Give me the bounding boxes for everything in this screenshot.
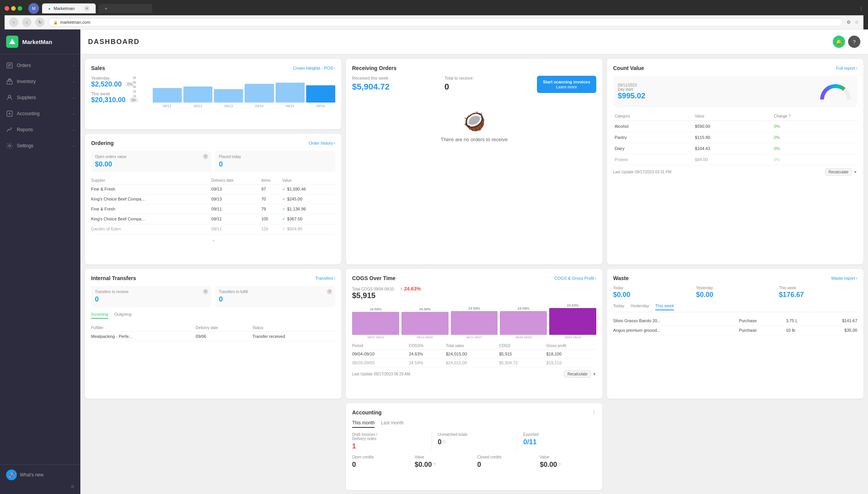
count-recalculate-btn[interactable]: Recalculate	[825, 168, 852, 176]
yesterday-label: Yesterday	[91, 76, 139, 80]
url-bar[interactable]: 🔒 marketman.com	[48, 18, 843, 26]
bar-4	[245, 84, 274, 103]
whats-new-label: What's new	[20, 472, 44, 478]
chart-y-axis: 5k 4k 3k 2k 1k 0	[133, 76, 137, 103]
sidebar-item-inventory[interactable]: Inventory ›	[0, 73, 80, 90]
transfer-row-1: Meatpacking - Perfe... 09/06 Transfer re…	[91, 331, 335, 341]
receive-help-icon[interactable]: ?	[203, 289, 208, 294]
count-gauge-chart	[818, 80, 853, 103]
fulfill-help-icon[interactable]: ?	[327, 289, 332, 294]
total-receive-value: 0	[444, 82, 530, 92]
notifications-btn[interactable]: 🔔	[833, 36, 845, 48]
cogs-bar-4	[500, 311, 547, 335]
waste-report-link[interactable]: Waste report ›	[831, 276, 857, 280]
chevron-right-icon-6: ›	[73, 144, 74, 148]
scroll-down-btn[interactable]: ⌄	[91, 236, 335, 243]
count-table: Category Value Change ? Alcohol $590.00 …	[613, 112, 857, 165]
unmatched-help[interactable]: ?	[443, 440, 445, 444]
sidebar-label-suppliers: Suppliers	[17, 95, 36, 100]
close-btn[interactable]	[5, 6, 9, 11]
sidebar-item-settings[interactable]: Settings ›	[0, 138, 80, 154]
bar-1	[153, 88, 182, 103]
thisweek-label: This week	[91, 91, 139, 96]
opencredits-help[interactable]: ?	[434, 463, 436, 467]
count-value-card: Count Value Full report › 09/11/2023 Day…	[607, 59, 863, 264]
tab-close-btn[interactable]: ×	[84, 6, 90, 11]
refresh-btn[interactable]: ↻	[35, 18, 44, 27]
acct-tab-lastmonth[interactable]: Last month	[381, 420, 403, 428]
accounting-header: Accounting ⋮	[352, 409, 596, 416]
opencredits-val: $0.00	[415, 461, 432, 469]
no-orders-icon: 🥥	[463, 111, 486, 132]
accounting-menu-icon[interactable]: ⋮	[592, 410, 596, 415]
cogs-period-value: $5,915	[352, 291, 394, 300]
forward-btn[interactable]: ›	[22, 18, 31, 27]
sales-card: Sales Crown Heights - POS › Yesterday $2…	[85, 59, 341, 129]
cogs-bar-5	[549, 308, 596, 335]
transfers-link[interactable]: Transfers ›	[315, 276, 335, 280]
cogs-title: COGS Over Time	[352, 275, 395, 281]
count-row-4: Protein $84.00 0%	[613, 154, 857, 165]
acct-tab-thismonth[interactable]: This month	[352, 420, 375, 428]
browser-menu-icon[interactable]: ⋮	[859, 6, 863, 11]
closedcredits-help[interactable]: ?	[559, 463, 561, 467]
order-row-4: King's Choice Beef Compa... 09/11 105 ✓$…	[91, 214, 335, 224]
bookmark-icon[interactable]: ☆	[855, 20, 859, 25]
waste-tab-today[interactable]: Today	[613, 303, 624, 310]
sidebar-item-orders[interactable]: Orders ›	[0, 57, 80, 73]
scan-invoices-btn[interactable]: Start scanning invoices Learn more	[537, 76, 596, 93]
waste-tab-yesterday[interactable]: Yesterday	[630, 303, 649, 310]
col-value: Value	[282, 177, 335, 184]
bar-3	[214, 89, 243, 103]
waste-table: Silvio Grasso Barolo 20... Purchase 3.75…	[613, 316, 857, 335]
order-history-link[interactable]: Order history ›	[309, 141, 335, 145]
closed-credits-val-stat: Value $0.00 ?	[540, 455, 597, 469]
col-supplier: Supplier	[91, 177, 211, 184]
sales-location-link[interactable]: Crown Heights - POS ›	[293, 66, 335, 70]
waste-thisweek: This week $176.67	[779, 286, 857, 299]
count-row-2: Pantry $115.90 0%	[613, 132, 857, 143]
minimize-btn[interactable]	[11, 6, 16, 11]
sidebar-item-reports[interactable]: Reports ›	[0, 122, 80, 138]
order-table: Supplier Delivery date Items Value Fine …	[91, 177, 335, 234]
count-header: Count Value Full report ›	[613, 65, 857, 71]
sales-card-header: Sales Crown Heights - POS ›	[91, 65, 335, 71]
transfer-tab-outgoing[interactable]: Outgoing	[114, 312, 132, 319]
transfer-tab-incoming[interactable]: Incoming	[91, 312, 108, 319]
no-orders-text: There are no orders to receive	[441, 137, 508, 142]
order-row-5: Garden of Eden 09/11 129 ✓$604.80	[91, 224, 335, 234]
count-dropdown-icon[interactable]: ▼	[853, 170, 857, 174]
chevron-right-icon-count: ›	[856, 66, 857, 70]
active-tab[interactable]: ● Marketman ×	[42, 3, 96, 13]
extensions-icon[interactable]: ⚙	[847, 20, 851, 25]
collapse-btn[interactable]: ≡	[6, 483, 74, 490]
cogs-dropdown-icon[interactable]: ▼	[592, 372, 596, 376]
cogs-bar-3	[451, 311, 498, 335]
thisweek-value: $20,310.00	[91, 96, 126, 104]
col-fulfiller: Fulfiller	[91, 324, 196, 332]
transfers-title: Internal Transfers	[91, 275, 136, 281]
maximize-btn[interactable]	[18, 6, 22, 11]
sales-chart	[153, 76, 335, 103]
full-report-link[interactable]: Full report ›	[836, 66, 857, 70]
cogs-bar-wrap-1: 24.58% 08/07-08/13	[352, 307, 399, 339]
sidebar-item-suppliers[interactable]: Suppliers ›	[0, 90, 80, 106]
sidebar-label-inventory: Inventory	[17, 79, 36, 84]
draft-value: 1	[352, 442, 425, 450]
cogs-recalculate-btn[interactable]: Recalculate	[564, 370, 591, 378]
transfer-stats: Transfers to receive 0 ? Transfers to fu…	[91, 286, 335, 307]
cogs-bar-wrap-5: 24.63% 09/04-09/10	[549, 303, 596, 339]
opencredits-val-label: Value	[415, 455, 472, 459]
sidebar-label-accounting: Accounting	[17, 111, 39, 116]
waste-tab-thisweek[interactable]: This week	[655, 303, 674, 310]
chevron-right-icon: ›	[73, 64, 74, 68]
cogs-update-bar: Last Update 09/17/2023 06:29 AM Recalcul…	[352, 370, 596, 378]
whats-new-btn[interactable]: 🚀 What's new	[6, 470, 74, 480]
open-orders-help[interactable]: ?	[203, 154, 208, 159]
back-btn[interactable]: ‹	[9, 18, 18, 27]
help-btn[interactable]: ?	[848, 36, 860, 48]
sidebar-item-accounting[interactable]: Accounting ›	[0, 106, 80, 122]
cogs-link[interactable]: COGS & Gross Profit ›	[554, 276, 596, 280]
new-tab-btn[interactable]: +	[99, 4, 152, 13]
order-row-3: Fine & Fresh 09/11 79 ✓$1,136.96	[91, 204, 335, 214]
